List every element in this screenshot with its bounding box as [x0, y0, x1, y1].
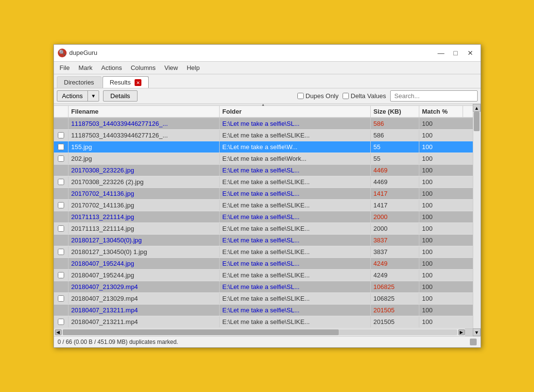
- table-row[interactable]: 20180127_130450(0) 1.jpgE:\Let me take a…: [54, 246, 473, 258]
- row-folder: E:\Let me take a selfie\SLIKE...: [220, 270, 371, 281]
- col-filename[interactable]: Filename: [69, 106, 220, 117]
- dupes-only-label: Dupes Only: [306, 92, 339, 100]
- table-row[interactable]: 20180407_195244.jpgE:\Let me take a self…: [54, 270, 473, 281]
- row-folder: E:\Let me take a selfie\SLIKE...: [220, 316, 371, 327]
- row-filename: 20170308_223226.jpg: [69, 165, 220, 176]
- table-row[interactable]: 20180407_195244.jpgE:\Let me take a self…: [54, 258, 473, 270]
- table-row[interactable]: 20180127_130450(0).jpgE:\Let me take a s…: [54, 235, 473, 246]
- maximize-button[interactable]: □: [449, 48, 462, 58]
- table-row[interactable]: 20170702_141136.jpgE:\Let me take a self…: [54, 188, 473, 200]
- scroll-up-button[interactable]: ▲: [473, 104, 481, 112]
- row-filename: 202.jpg: [69, 153, 220, 164]
- row-match: 100: [419, 130, 463, 141]
- scroll-corner: [465, 328, 473, 336]
- row-folder: E:\Let me take a selfie\SL...: [220, 305, 371, 316]
- row-folder: E:\Let me take a selfie\SLIKE...: [220, 200, 371, 211]
- scroll-track[interactable]: [473, 112, 480, 328]
- row-checkbox[interactable]: [58, 249, 64, 255]
- toolbar: Actions ▼ Details Dupes Only Delta Value…: [54, 88, 481, 104]
- resize-handle[interactable]: [470, 339, 477, 345]
- tab-directories[interactable]: Directories: [57, 76, 102, 88]
- row-match: 100: [419, 223, 463, 234]
- row-size: 106825: [371, 293, 419, 304]
- row-match: 100: [419, 293, 463, 304]
- close-button[interactable]: ✕: [464, 48, 477, 58]
- table-row[interactable]: 20171113_221114.jpgE:\Let me take a self…: [54, 211, 473, 223]
- tabs-bar: Directories Results ✕: [54, 74, 481, 89]
- row-size: 3837: [371, 246, 419, 257]
- tab-close-button[interactable]: ✕: [135, 79, 141, 86]
- row-match: 100: [419, 118, 463, 129]
- row-size: 586: [371, 130, 419, 141]
- menu-help[interactable]: Help: [183, 63, 204, 73]
- menu-actions[interactable]: Actions: [97, 63, 126, 73]
- table-body[interactable]: 11187503_1440339446277126_...E:\Let me t…: [54, 118, 473, 328]
- row-size: 55: [371, 153, 419, 164]
- h-scrollbar[interactable]: ◀ ▶: [54, 328, 465, 336]
- row-filename: 155.jpg: [69, 141, 220, 153]
- col-folder[interactable]: Folder: [220, 106, 371, 117]
- row-filename: 20171113_221114.jpg: [69, 211, 220, 222]
- menu-bar: File Mark Actions Columns View Help: [54, 62, 481, 74]
- actions-dropdown[interactable]: Actions ▼: [57, 90, 100, 102]
- table-row[interactable]: 11187503_1440339446277126_...E:\Let me t…: [54, 118, 473, 130]
- row-checkbox-cell: [54, 200, 69, 211]
- row-checkbox[interactable]: [58, 272, 64, 278]
- actions-arrow-icon[interactable]: ▼: [88, 92, 99, 100]
- table-row[interactable]: 20170308_223226.jpgE:\Let me take a self…: [54, 165, 473, 176]
- delta-values-checkbox-label[interactable]: Delta Values: [343, 92, 386, 100]
- row-checkbox[interactable]: [58, 132, 64, 138]
- details-button[interactable]: Details: [103, 90, 138, 102]
- minimize-button[interactable]: —: [435, 48, 448, 58]
- col-checkbox[interactable]: [54, 106, 69, 117]
- v-scrollbar[interactable]: ▲ ▼: [473, 104, 481, 336]
- row-checkbox[interactable]: [58, 319, 64, 325]
- table-row[interactable]: 20170308_223226 (2).jpgE:\Let me take a …: [54, 176, 473, 188]
- row-size: 1417: [371, 188, 419, 199]
- row-filename: 11187503_1440339446277126_...: [69, 118, 220, 129]
- delta-values-checkbox[interactable]: [343, 93, 349, 99]
- table-row[interactable]: 20180407_213029.mp4E:\Let me take a self…: [54, 281, 473, 293]
- dupes-only-checkbox-label[interactable]: Dupes Only: [297, 92, 339, 100]
- row-checkbox-cell: [54, 211, 69, 222]
- table-row[interactable]: 20180407_213211.mp4E:\Let me take a self…: [54, 316, 473, 328]
- window-controls: — □ ✕: [435, 48, 477, 58]
- table-row[interactable]: 20170702_141136.jpgE:\Let me take a self…: [54, 200, 473, 211]
- row-size: 4249: [371, 270, 419, 281]
- menu-mark[interactable]: Mark: [74, 63, 96, 73]
- menu-file[interactable]: File: [56, 63, 74, 73]
- tab-results[interactable]: Results ✕: [103, 76, 149, 88]
- search-input[interactable]: [390, 90, 478, 102]
- row-filename: 20180407_213211.mp4: [69, 316, 220, 327]
- table-header: Filename Folder Size (KB) Match %: [54, 106, 473, 118]
- row-checkbox[interactable]: [58, 225, 64, 232]
- table-row[interactable]: 202.jpgE:\Let me take a selfie\Work...55…: [54, 153, 473, 165]
- row-folder: E:\Let me take a selfie\SL...: [220, 235, 371, 246]
- row-checkbox[interactable]: [58, 155, 64, 162]
- table-row[interactable]: 20171113_221114.jpgE:\Let me take a self…: [54, 223, 473, 235]
- row-checkbox[interactable]: [58, 179, 64, 185]
- row-filename: 20170702_141136.jpg: [69, 200, 220, 211]
- row-size: 586: [371, 118, 419, 129]
- row-checkbox[interactable]: [58, 202, 64, 208]
- menu-columns[interactable]: Columns: [127, 63, 159, 73]
- scroll-down-button[interactable]: ▼: [473, 328, 481, 336]
- row-folder: E:\Let me take a selfie\SLIKE...: [220, 130, 371, 141]
- row-size: 3837: [371, 235, 419, 246]
- table-row[interactable]: 20180407_213211.mp4E:\Let me take a self…: [54, 305, 473, 316]
- table-row[interactable]: 11187503_1440339446277126_...E:\Let me t…: [54, 130, 473, 141]
- row-filename: 20180407_195244.jpg: [69, 258, 220, 269]
- table-row[interactable]: 155.jpgE:\Let me take a selfie\W...55100: [54, 141, 473, 153]
- col-match[interactable]: Match %: [419, 106, 463, 117]
- row-folder: E:\Let me take a selfie\SL...: [220, 258, 371, 269]
- table-row[interactable]: 20180407_213029.mp4E:\Let me take a self…: [54, 293, 473, 305]
- row-checkbox[interactable]: [58, 144, 64, 150]
- menu-view[interactable]: View: [160, 63, 182, 73]
- col-size[interactable]: Size (KB): [371, 106, 419, 117]
- row-size: 106825: [371, 281, 419, 292]
- row-size: 2000: [371, 211, 419, 222]
- scroll-thumb[interactable]: [474, 112, 480, 131]
- row-size: 55: [371, 141, 419, 153]
- row-checkbox[interactable]: [58, 295, 64, 302]
- dupes-only-checkbox[interactable]: [297, 93, 304, 99]
